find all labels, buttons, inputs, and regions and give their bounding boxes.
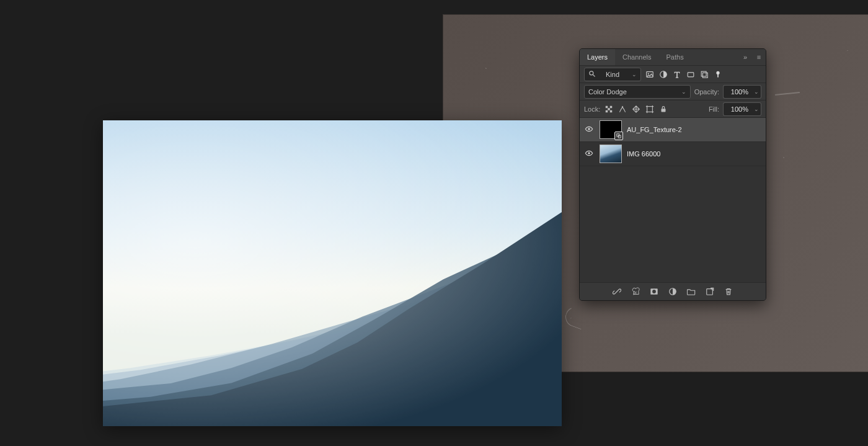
chevron-down-icon: ⌄ — [681, 89, 686, 95]
layers-panel: Layers Channels Paths » ≡ Kind ⌄ — [579, 48, 766, 301]
filter-smartobject-icon[interactable] — [699, 69, 709, 79]
add-mask-icon[interactable] — [649, 287, 659, 297]
svg-point-20 — [588, 152, 590, 154]
filter-pixel-icon[interactable] — [645, 69, 655, 79]
svg-rect-6 — [701, 71, 706, 76]
svg-point-8 — [716, 71, 719, 74]
layer-visibility-toggle[interactable] — [583, 149, 595, 159]
tab-paths[interactable]: Paths — [659, 49, 691, 65]
svg-rect-10 — [606, 105, 608, 108]
fill-dropdown-button[interactable]: ⌄ — [752, 102, 761, 116]
svg-text:fx: fx — [634, 290, 637, 295]
new-layer-icon[interactable] — [705, 287, 715, 297]
layer-row[interactable]: IMG 66000 — [580, 142, 766, 166]
lock-image-icon[interactable] — [618, 104, 627, 114]
smart-object-badge-icon — [614, 132, 623, 140]
panel-collapse-icon[interactable]: » — [738, 53, 752, 61]
panel-tabbar: Layers Channels Paths » ≡ — [580, 49, 766, 66]
fill-value-input[interactable]: 100% — [723, 102, 752, 116]
layer-visibility-toggle[interactable] — [583, 125, 595, 135]
fill-label[interactable]: Fill: — [709, 105, 719, 113]
svg-rect-9 — [717, 74, 719, 77]
opacity-dropdown-button[interactable]: ⌄ — [752, 85, 761, 99]
svg-rect-7 — [702, 73, 707, 78]
svg-rect-11 — [610, 105, 613, 108]
tab-channels[interactable]: Channels — [615, 49, 658, 65]
svg-rect-12 — [608, 108, 611, 110]
blend-opacity-row: Color Dodge ⌄ Opacity: 100% ⌄ — [580, 83, 766, 100]
layers-panel-footer: fx — [580, 282, 766, 300]
mountain-photo[interactable] — [103, 120, 562, 426]
delete-layer-icon[interactable] — [724, 287, 733, 297]
layer-thumbnail[interactable] — [600, 120, 622, 139]
lock-artboard-icon[interactable] — [645, 104, 655, 114]
workspace: Layers Channels Paths » ≡ Kind ⌄ — [0, 0, 868, 446]
layer-list: AU_FG_Texture-2 IMG 66000 — [580, 118, 766, 282]
lock-label: Lock: — [584, 105, 600, 113]
tab-layers[interactable]: Layers — [580, 49, 615, 65]
link-layers-icon[interactable] — [612, 287, 622, 297]
svg-point-17 — [588, 128, 590, 130]
opacity-label[interactable]: Opacity: — [694, 88, 719, 96]
layer-style-icon[interactable]: fx — [631, 287, 640, 297]
filter-shape-icon[interactable] — [686, 69, 696, 79]
layer-thumbnail[interactable] — [600, 145, 622, 163]
lock-fill-row: Lock: Fill: 100% ⌄ — [580, 100, 766, 118]
lock-transparency-icon[interactable] — [604, 104, 614, 114]
filter-adjustment-icon[interactable] — [658, 69, 668, 79]
chevron-down-icon: ⌄ — [632, 71, 637, 78]
svg-rect-15 — [647, 106, 653, 112]
filter-color-icon[interactable] — [713, 69, 723, 79]
kind-filter-dropdown[interactable]: Kind ⌄ — [584, 68, 641, 81]
add-adjustment-icon[interactable] — [668, 287, 678, 297]
svg-rect-16 — [662, 109, 666, 112]
svg-rect-5 — [688, 72, 694, 76]
lock-position-icon[interactable] — [631, 104, 641, 114]
lock-all-icon[interactable] — [658, 104, 668, 114]
svg-point-3 — [648, 73, 649, 74]
svg-point-23 — [652, 290, 656, 293]
svg-point-0 — [590, 71, 593, 74]
svg-line-1 — [593, 74, 595, 76]
svg-rect-13 — [606, 110, 608, 112]
kind-filter-label: Kind — [606, 71, 619, 78]
filter-row: Kind ⌄ — [580, 66, 766, 83]
blend-mode-dropdown[interactable]: Color Dodge ⌄ — [584, 85, 691, 99]
filter-type-icon[interactable] — [672, 69, 682, 79]
layer-row[interactable]: AU_FG_Texture-2 — [580, 118, 766, 142]
layer-name[interactable]: IMG 66000 — [627, 150, 660, 158]
panel-menu-icon[interactable]: ≡ — [752, 53, 766, 61]
search-icon — [588, 70, 596, 79]
new-group-icon[interactable] — [686, 287, 696, 297]
layer-name[interactable]: AU_FG_Texture-2 — [627, 126, 682, 133]
svg-rect-14 — [610, 110, 613, 112]
blend-mode-value: Color Dodge — [588, 88, 627, 96]
opacity-value-input[interactable]: 100% — [723, 85, 752, 99]
